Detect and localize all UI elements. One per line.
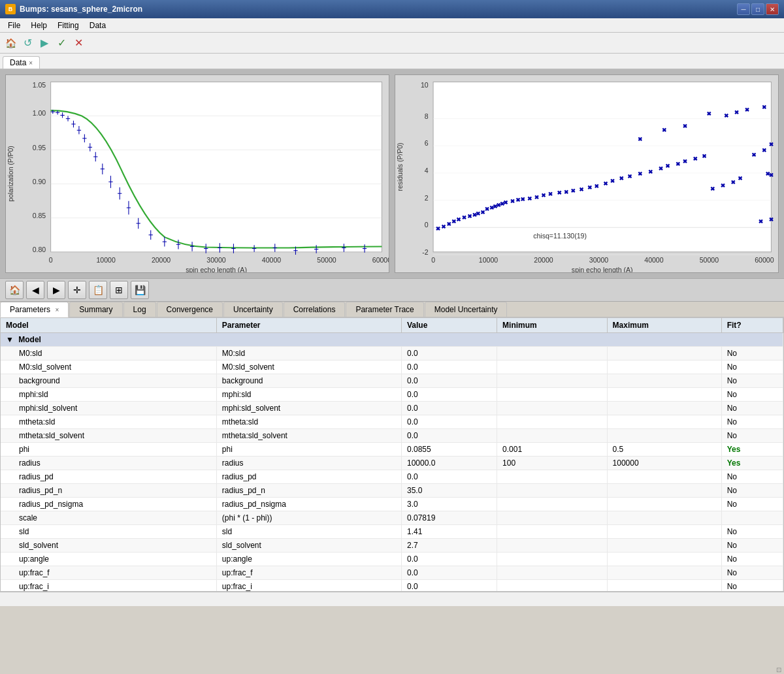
svg-rect-77 — [433, 82, 771, 251]
svg-text:×: × — [572, 187, 576, 194]
menu-help[interactable]: Help — [25, 20, 52, 31]
svg-text:×: × — [448, 220, 451, 227]
svg-text:×: × — [738, 174, 742, 182]
table-header: Model Parameter Value Minimum Maximum Fi… — [1, 318, 783, 333]
svg-text:×: × — [732, 178, 736, 185]
toolbar-stop[interactable]: ✕ — [71, 35, 86, 51]
table-row: mtheta:sld_solventmtheta:sld_solvent0.0N… — [1, 429, 783, 443]
svg-text:×: × — [659, 165, 663, 172]
residuals-svg: -2 0 2 4 6 8 10 0 10000 20000 30000 4000… — [395, 75, 778, 272]
svg-text:×: × — [463, 214, 466, 221]
svg-text:×: × — [468, 212, 472, 219]
svg-text:0.90: 0.90 — [33, 178, 46, 185]
table-row: mtheta:sldmtheta:sld0.0No — [1, 415, 783, 429]
chart-copy-btn[interactable]: 📋 — [89, 281, 107, 299]
tab-uncertainty[interactable]: Uncertainty — [223, 302, 283, 317]
svg-text:×: × — [683, 122, 687, 129]
svg-text:×: × — [628, 172, 632, 180]
svg-text:×: × — [638, 135, 642, 142]
menu-data[interactable]: Data — [84, 20, 111, 31]
svg-text:chisq=11.130(19): chisq=11.130(19) — [533, 233, 587, 240]
table-row: up:angleup:angle0.0No — [1, 553, 783, 566]
svg-text:×: × — [521, 195, 525, 202]
svg-text:×: × — [762, 103, 766, 110]
svg-text:6: 6 — [425, 140, 429, 147]
tab-summary[interactable]: Summary — [69, 302, 122, 317]
toolbar-accept[interactable]: ✓ — [54, 35, 69, 51]
window-title: Bumps: sesans_sphere_2micron — [20, 5, 142, 14]
toolbar-reload[interactable]: ↺ — [20, 35, 35, 51]
col-maximum[interactable]: Maximum — [607, 318, 721, 333]
tab-convergence[interactable]: Convergence — [157, 302, 223, 317]
chart-home-btn[interactable]: 🏠 — [5, 281, 24, 299]
app-icon: B — [5, 4, 16, 14]
svg-text:0: 0 — [425, 221, 429, 229]
svg-text:×: × — [580, 185, 583, 193]
col-minimum[interactable]: Minimum — [497, 318, 608, 333]
svg-text:×: × — [485, 205, 489, 212]
col-parameter[interactable]: Parameter — [216, 318, 401, 333]
svg-text:×: × — [564, 188, 568, 195]
table-row: sldsld1.41No — [1, 525, 783, 539]
svg-text:20000: 20000 — [534, 257, 553, 264]
tab-parameter-trace[interactable]: Parameter Trace — [346, 302, 423, 317]
chart-forward-btn[interactable]: ▶ — [47, 281, 65, 299]
tab-parameters-close[interactable]: × — [55, 306, 59, 313]
svg-text:polarization (P/P0): polarization (P/P0) — [7, 146, 14, 202]
table-row: M0:sldM0:sld0.0No — [1, 347, 783, 361]
toolbar-home[interactable]: 🏠 — [3, 35, 18, 51]
svg-text:60000: 60000 — [372, 257, 389, 264]
svg-text:×: × — [542, 192, 546, 199]
table-row: up:frac_fup:frac_f0.0No — [1, 566, 783, 580]
svg-text:×: × — [436, 225, 440, 233]
chart-pan-btn[interactable]: ✛ — [68, 281, 86, 299]
toolbar-run[interactable]: ▶ — [37, 35, 52, 51]
charts-area: 0.80 0.85 0.90 0.95 1.00 1.05 0 10000 20… — [0, 69, 784, 278]
chart-save-btn[interactable]: 💾 — [131, 281, 149, 299]
svg-text:×: × — [770, 216, 774, 223]
menu-file[interactable]: File — [3, 20, 25, 31]
col-value[interactable]: Value — [401, 318, 497, 333]
menu-fitting[interactable]: Fitting — [52, 20, 84, 31]
svg-text:0: 0 — [431, 257, 435, 264]
model-expand-icon[interactable]: ▼ — [6, 335, 14, 344]
tab-correlations[interactable]: Correlations — [284, 302, 346, 317]
svg-text:0: 0 — [49, 257, 53, 264]
svg-text:×: × — [708, 110, 711, 118]
maximize-button[interactable]: □ — [751, 3, 764, 15]
svg-text:×: × — [535, 193, 539, 201]
tabs-row: Parameters × Summary Log Convergence Unc… — [0, 302, 784, 317]
tab-parameters[interactable]: Parameters × — [0, 302, 69, 317]
table-row: M0:sld_solventM0:sld_solvent0.0No — [1, 361, 783, 374]
svg-text:×: × — [620, 174, 624, 182]
svg-text:×: × — [676, 160, 680, 167]
svg-text:0.80: 0.80 — [33, 246, 46, 253]
svg-text:residuals (P/P0): residuals (P/P0) — [396, 143, 403, 191]
svg-text:×: × — [516, 196, 520, 203]
close-button[interactable]: ✕ — [766, 3, 779, 15]
minimize-button[interactable]: ─ — [737, 3, 750, 15]
tab-model-uncertainty[interactable]: Model Uncertainty — [425, 302, 508, 317]
table-row: sld_solventsld_solvent2.7No — [1, 539, 783, 553]
col-model[interactable]: Model — [1, 318, 216, 333]
svg-text:×: × — [770, 171, 774, 178]
data-tab-label: Data — [10, 58, 26, 67]
svg-text:10000: 10000 — [479, 257, 498, 264]
svg-text:0.85: 0.85 — [33, 212, 46, 219]
data-tab[interactable]: Data × — [3, 56, 40, 69]
svg-text:×: × — [604, 180, 608, 187]
tab-log[interactable]: Log — [123, 302, 156, 317]
svg-text:-2: -2 — [422, 249, 429, 256]
chart-back-btn[interactable]: ◀ — [26, 281, 44, 299]
svg-text:50000: 50000 — [317, 257, 336, 264]
residuals-chart: -2 0 2 4 6 8 10 0 10000 20000 30000 4000… — [395, 74, 779, 273]
chart-subplot-btn[interactable]: ⊞ — [110, 281, 128, 299]
svg-text:10: 10 — [421, 82, 429, 89]
svg-text:×: × — [528, 195, 532, 202]
table-row: up:frac_iup:frac_i0.0No — [1, 580, 783, 592]
svg-text:20000: 20000 — [152, 257, 171, 264]
svg-text:2: 2 — [425, 195, 429, 202]
status-bar: ⊡ — [0, 592, 784, 606]
col-fit[interactable]: Fit? — [721, 318, 783, 333]
data-tab-close[interactable]: × — [29, 59, 33, 67]
